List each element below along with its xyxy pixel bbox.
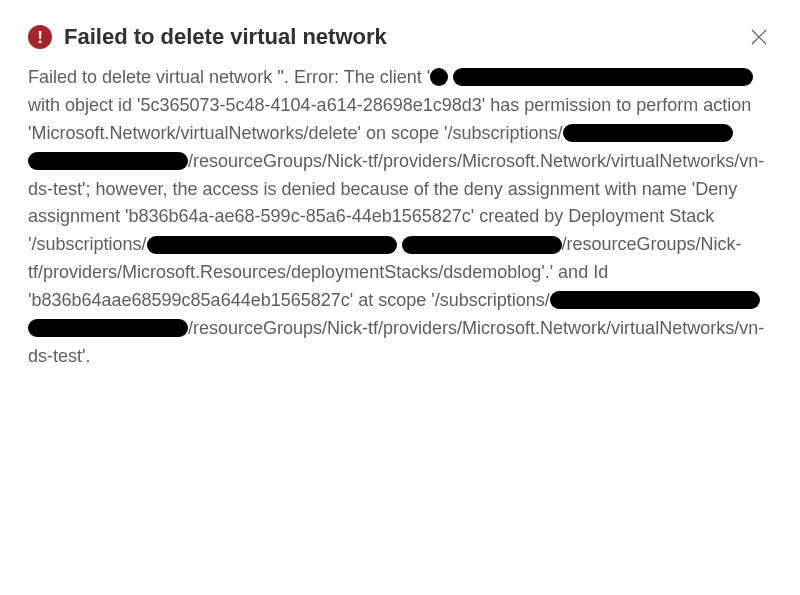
redaction — [563, 124, 733, 142]
redaction — [430, 68, 448, 86]
notification-header: ! Failed to delete virtual network — [28, 24, 772, 50]
redaction — [147, 236, 397, 254]
redaction — [28, 319, 188, 337]
notification-body: Failed to delete virtual network ''. Err… — [28, 64, 772, 371]
redaction — [28, 152, 188, 170]
close-icon[interactable] — [746, 24, 772, 50]
redaction — [550, 291, 760, 309]
notification-title: Failed to delete virtual network — [64, 24, 734, 50]
redaction — [402, 236, 562, 254]
redaction — [453, 68, 753, 86]
error-icon: ! — [28, 25, 52, 49]
error-text: Failed to delete virtual network ''. Err… — [28, 67, 430, 87]
